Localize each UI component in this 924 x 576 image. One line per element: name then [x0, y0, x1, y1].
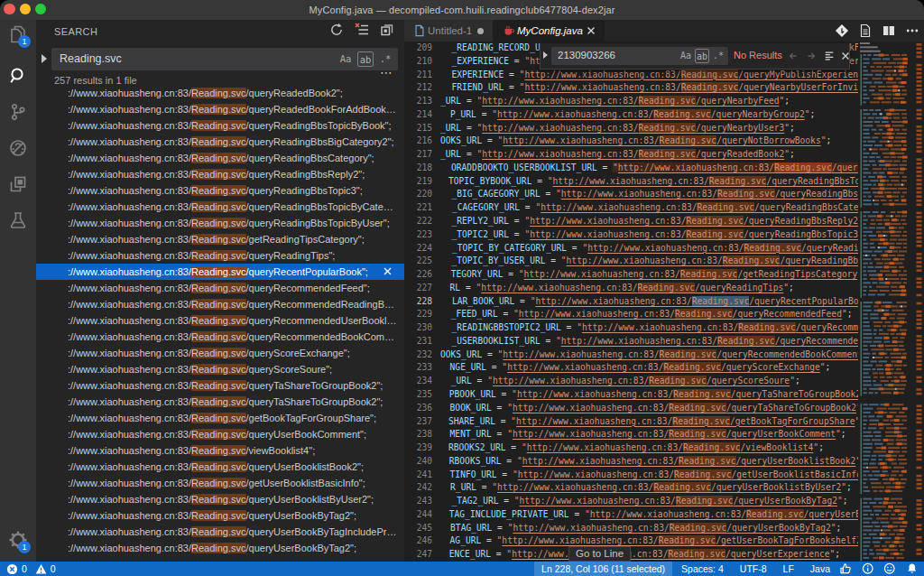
- code-line: 235PBOOK_URL = "http://www.xiaohuasheng.…: [404, 388, 858, 402]
- search-result-row[interactable]: ://www.xiaohuasheng.cn:83/Reading.svc/qu…: [36, 85, 404, 101]
- code-token: =: [541, 189, 556, 199]
- open-changes-icon[interactable]: [834, 23, 850, 39]
- more-actions-icon[interactable]: [904, 23, 920, 39]
- search-result-row[interactable]: ://www.xiaohuasheng.cn:83/Reading.svc/qu…: [36, 101, 404, 117]
- sidebar-item-explorer[interactable]: 1: [7, 23, 29, 45]
- search-result-row[interactable]: ://www.xiaohuasheng.cn:83/Reading.svc/qu…: [36, 394, 404, 410]
- search-result-row[interactable]: ://www.xiaohuasheng.cn:83/Reading.svc/qu…: [36, 524, 404, 540]
- sidebar-item-test[interactable]: [7, 209, 29, 231]
- search-result-row[interactable]: ://www.xiaohuasheng.cn:83/Reading.svc/ge…: [36, 475, 404, 491]
- sidebar-item-source-control[interactable]: [7, 101, 29, 123]
- code-token: http://www.xiaohuasheng.cn:83/: [502, 535, 658, 545]
- refresh-icon[interactable]: [328, 22, 345, 38]
- code-token: =: [472, 376, 487, 386]
- search-result-row[interactable]: ://www.xiaohuasheng.cn:83/Reading.svc/qu…: [36, 540, 404, 556]
- search-result-row[interactable]: ://www.xiaohuasheng.cn:83/Reading.svc/qu…: [36, 134, 404, 150]
- toggle-replace-icon[interactable]: [543, 51, 548, 59]
- close-tab-icon[interactable]: [586, 25, 596, 36]
- whole-word-icon[interactable]: ab: [695, 49, 709, 63]
- overview-ruler[interactable]: [914, 42, 924, 562]
- search-result-row[interactable]: ://www.xiaohuasheng.cn:83/Reading.svc/qu…: [36, 247, 404, 264]
- result-match-highlight: Reading.svc: [191, 218, 246, 228]
- error-count[interactable]: 0: [22, 563, 27, 574]
- search-result-row[interactable]: ://www.xiaohuasheng.cn:83/Reading.svc/ge…: [36, 410, 404, 426]
- search-result-row[interactable]: ://www.xiaohuasheng.cn:83/Reading.svc/qu…: [36, 215, 404, 231]
- modified-dot-icon[interactable]: [477, 28, 484, 34]
- info-icon[interactable]: [862, 562, 874, 575]
- find-in-selection-icon[interactable]: [824, 51, 835, 61]
- result-prefix: ://www.xiaohuasheng.cn:83/: [68, 88, 191, 98]
- code-token: _TOPIC2_URL: [452, 229, 510, 239]
- code-token: "ht: [524, 56, 540, 66]
- find-input[interactable]: 2130903266 Aa ab .*: [551, 47, 728, 65]
- close-find-widget-icon[interactable]: [840, 51, 851, 61]
- search-result-row[interactable]: ://www.xiaohuasheng.cn:83/Reading.svc/qu…: [36, 491, 404, 507]
- code-editor[interactable]: 209_READING_RECORD_UkF210_EXPERIENCE = "…: [404, 42, 858, 562]
- search-result-row[interactable]: ://www.xiaohuasheng.cn:83/Reading.svc/qu…: [36, 377, 404, 394]
- more-search-actions-icon[interactable]: ⋯: [380, 65, 393, 79]
- search-result-row[interactable]: ://www.xiaohuasheng.cn:83/Reading.svc/qu…: [36, 280, 404, 296]
- search-result-row[interactable]: ://www.xiaohuasheng.cn:83/Reading.svc/qu…: [36, 361, 404, 377]
- code-token: /queryUserBookByTagIncludePrivate: [804, 509, 858, 519]
- bell-icon[interactable]: [906, 562, 919, 575]
- error-count-icon[interactable]: [6, 563, 18, 575]
- search-result-row[interactable]: ://www.xiaohuasheng.cn:83/Reading.svc/qu…: [36, 150, 404, 166]
- cursor-position[interactable]: Ln 228, Col 106 (11 selected): [534, 562, 672, 576]
- search-result-row[interactable]: ://www.xiaohuasheng.cn:83/Reading.svc/qu…: [36, 264, 404, 280]
- tab-myconfig-java[interactable]: MyConfig.java: [494, 20, 605, 42]
- search-result-row[interactable]: ://www.xiaohuasheng.cn:83/Reading.svc/qu…: [36, 507, 404, 524]
- regex-icon[interactable]: .*: [711, 49, 725, 63]
- eol[interactable]: LF: [776, 562, 801, 576]
- match-case-icon[interactable]: Aa: [337, 51, 354, 67]
- sidebar-item-search[interactable]: [7, 65, 29, 87]
- smiley-icon[interactable]: [883, 562, 896, 575]
- search-result-row[interactable]: ://www.xiaohuasheng.cn:83/Reading.svc/qu…: [36, 459, 404, 475]
- collapse-all-icon[interactable]: [379, 22, 395, 38]
- code-token: =: [492, 523, 507, 533]
- match-highlight: Reading.svc: [649, 376, 707, 386]
- match-highlight: Reading.svc: [679, 456, 736, 466]
- search-title: SEARCH: [54, 26, 97, 37]
- dismiss-result-icon[interactable]: [382, 265, 393, 277]
- language-mode[interactable]: Java: [803, 562, 837, 576]
- code-token: /queryReadingBbsCategory: [754, 202, 858, 212]
- whole-word-icon[interactable]: ab: [357, 51, 374, 67]
- tab-untitled-1[interactable]: Untitled-1: [404, 20, 494, 42]
- encoding[interactable]: UTF-8: [733, 562, 774, 576]
- sidebar-item-extensions[interactable]: [7, 173, 29, 195]
- minimap[interactable]: [858, 42, 914, 562]
- code-token: /queryUserBooklistByUser2: [711, 482, 841, 492]
- search-result-row[interactable]: ://www.xiaohuasheng.cn:83/Reading.svc/qu…: [36, 182, 404, 199]
- search-result-row[interactable]: ://www.xiaohuasheng.cn:83/Reading.svc/qu…: [36, 199, 404, 215]
- warning-count[interactable]: 0: [51, 563, 56, 574]
- thumbsup-icon[interactable]: [839, 562, 852, 575]
- sidebar-item-debug[interactable]: [7, 137, 29, 159]
- result-suffix: /queryRecentPopularBook";: [246, 266, 368, 277]
- settings-button[interactable]: 1: [7, 529, 29, 551]
- match-highlight: Reading.svc: [638, 283, 696, 293]
- previous-match-icon[interactable]: [788, 51, 799, 61]
- search-result-row[interactable]: ://www.xiaohuasheng.cn:83/Reading.svc/qu…: [36, 426, 404, 442]
- next-match-icon[interactable]: [806, 51, 817, 61]
- search-result-row[interactable]: ://www.xiaohuasheng.cn:83/Reading.svc/qu…: [36, 117, 404, 134]
- indentation[interactable]: Spaces: 4: [674, 562, 731, 576]
- search-result-row[interactable]: ://www.xiaohuasheng.cn:83/Reading.svc/qu…: [36, 312, 404, 329]
- search-result-row[interactable]: ://www.xiaohuasheng.cn:83/Reading.svc/vi…: [36, 442, 404, 459]
- search-result-row[interactable]: ://www.xiaohuasheng.cn:83/Reading.svc/qu…: [36, 345, 404, 361]
- warning-count-icon[interactable]: [35, 563, 47, 575]
- result-prefix: ://www.xiaohuasheng.cn:83/: [68, 104, 191, 115]
- open-preview-icon[interactable]: [857, 23, 873, 39]
- split-editor-icon[interactable]: [881, 23, 897, 39]
- clear-search-results-icon[interactable]: [354, 22, 370, 38]
- search-result-row[interactable]: ://www.xiaohuasheng.cn:83/Reading.svc/qu…: [36, 296, 404, 312]
- code-line-text: _URL = "http://www.xiaohuasheng.cn:83/Re…: [440, 95, 790, 108]
- search-result-row[interactable]: ://www.xiaohuasheng.cn:83/Reading.svc/qu…: [36, 329, 404, 345]
- match-case-icon[interactable]: Aa: [679, 49, 693, 63]
- result-suffix: /queryRecommendedReadingBbsTopic2";: [246, 299, 404, 310]
- code-line: 215_URL = "http://www.xiaohuasheng.cn:83…: [404, 122, 858, 135]
- code-token: http://www.xiaohuasheng.cn:83/: [519, 309, 675, 319]
- toggle-replace-icon[interactable]: [42, 54, 47, 63]
- search-result-row[interactable]: ://www.xiaohuasheng.cn:83/Reading.svc/ge…: [36, 231, 404, 247]
- search-result-row[interactable]: ://www.xiaohuasheng.cn:83/Reading.svc/qu…: [36, 166, 404, 182]
- search-input[interactable]: Reading.svc Aa ab .*: [51, 48, 398, 70]
